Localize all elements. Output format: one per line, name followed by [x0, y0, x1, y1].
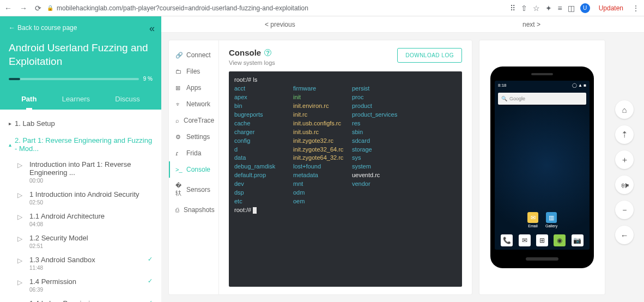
section-row[interactable]: ▸1. Lab Setup: [0, 115, 161, 132]
back-icon[interactable]: ←: [4, 4, 12, 13]
lesson-item[interactable]: ▷1.1 Android Architecture04:08: [0, 209, 161, 231]
snapshots-icon: ⎙: [175, 207, 179, 213]
url-text: mobilehackinglab.com/path-player?coursei…: [57, 4, 308, 12]
console-icon: >_: [175, 166, 182, 173]
files-icon: 🗀: [175, 68, 182, 75]
tool-connect[interactable]: 🔗Connect: [169, 47, 218, 63]
play-icon: ▷: [17, 235, 25, 243]
share-icon[interactable]: ⇧: [521, 4, 527, 13]
search-icon: 🔍: [501, 96, 507, 101]
back-to-course-link[interactable]: ← Back to course page: [9, 24, 153, 32]
check-icon: ✓: [148, 277, 153, 285]
play-icon: ▷: [17, 161, 25, 169]
lock-icon: 🔒: [47, 5, 53, 11]
extensions-icon[interactable]: ✦: [545, 4, 552, 13]
app-gallery[interactable]: ▥Gallery: [545, 212, 557, 228]
progress-row: 9 %: [9, 76, 153, 89]
section-row[interactable]: ▴2. Part 1: Reverse Engineering and Fuzz…: [0, 132, 161, 157]
dock-icon-4[interactable]: 📷: [572, 234, 584, 246]
download-log-button[interactable]: DOWNLOAD LOG: [397, 48, 462, 63]
tab-path[interactable]: Path: [19, 89, 39, 110]
list-icon[interactable]: ≡: [557, 4, 562, 13]
terminal[interactable]: root:/# lsacctfirmwarepersistapexinitpro…: [229, 71, 462, 287]
tool-network[interactable]: ᯤNetwork: [169, 96, 218, 112]
help-icon[interactable]: ?: [264, 49, 271, 56]
network-icon: ᯤ: [175, 101, 182, 107]
tool-sensors[interactable]: �轪Sensors: [169, 178, 218, 202]
lesson-item[interactable]: ▷1.2 Security Model02:51: [0, 231, 161, 252]
float-btn-1[interactable]: ⇡: [615, 125, 634, 144]
float-btn-5[interactable]: ←: [615, 226, 634, 244]
progress-bar: [9, 78, 139, 80]
tool-files[interactable]: 🗀Files: [169, 63, 218, 80]
arrow-left-icon: ←: [9, 24, 15, 32]
phone-status-icons: ◯ ▲ ■: [572, 83, 586, 88]
tool-coretrace[interactable]: ⌕CoreTrace: [169, 112, 218, 129]
tool-console[interactable]: >_Console: [169, 161, 218, 178]
console-title: Console ?: [229, 48, 275, 57]
float-btn-2[interactable]: ＋: [615, 150, 634, 169]
coretrace-icon: ⌕: [175, 117, 179, 124]
prev-link[interactable]: < previous: [265, 21, 295, 28]
console-subtitle: View system logs: [229, 59, 275, 66]
panel-icon[interactable]: ◫: [568, 4, 575, 13]
dock-icon-2[interactable]: ⊞: [536, 234, 548, 246]
tool-nav: 🔗Connect🗀Files⊞AppsᯤNetwork⌕CoreTrace⚙Se…: [169, 40, 219, 294]
float-btn-3[interactable]: 🕪: [615, 176, 634, 194]
device-card: 8:18 ◯ ▲ ■ 🔍 Google ✉Email▥Gallery 📞✉⊞◉📷: [479, 40, 605, 294]
caret-icon: ▴: [9, 142, 11, 148]
tool-apps[interactable]: ⊞Apps: [169, 80, 218, 96]
dock-icon-0[interactable]: 📞: [501, 234, 513, 246]
check-icon: ✓: [148, 256, 153, 263]
lesson-item[interactable]: ▷1.4 Permission06:39✓: [0, 274, 161, 296]
pager: < previous next >: [161, 16, 644, 33]
forward-icon[interactable]: →: [20, 4, 27, 13]
dock-icon-1[interactable]: ✉: [519, 234, 531, 246]
play-icon: ▷: [17, 279, 25, 286]
browser-chrome: ← → ⟳ 🔒 mobilehackinglab.com/path-player…: [0, 0, 644, 16]
course-title: Android Userland Fuzzing and Exploitatio…: [9, 41, 153, 68]
floating-toolbar: ⌂⇡＋🕪－←: [612, 40, 636, 294]
address-bar[interactable]: 🔒 mobilehackinglab.com/path-player?cours…: [47, 4, 308, 12]
dock-icon-3[interactable]: ◉: [554, 234, 566, 246]
play-icon: ▷: [17, 191, 25, 199]
tab-learners[interactable]: Learners: [60, 89, 92, 110]
tool-frida[interactable]: ɾFrida: [169, 145, 218, 161]
profile-avatar[interactable]: U: [580, 3, 590, 13]
phone-frame: 8:18 ◯ ▲ ■ 🔍 Google ✉Email▥Gallery 📞✉⊞◉📷: [490, 67, 594, 268]
caret-icon: ▸: [9, 120, 11, 126]
star-icon[interactable]: ☆: [533, 4, 540, 13]
reload-icon[interactable]: ⟳: [35, 4, 41, 13]
connect-icon: 🔗: [175, 52, 182, 59]
check-icon: ✓: [148, 299, 153, 302]
update-button[interactable]: Updaten: [596, 3, 627, 13]
phone-search[interactable]: 🔍 Google: [498, 93, 586, 105]
apps-icon: ⊞: [175, 84, 182, 92]
translate-icon[interactable]: ⠿: [510, 4, 515, 13]
lesson-item[interactable]: ▷Introduction into Part 1: Reverse Engin…: [0, 157, 161, 187]
tool-settings[interactable]: ⚙Settings: [169, 129, 218, 145]
next-link[interactable]: next >: [523, 21, 540, 28]
sensors-icon: �轪: [175, 182, 182, 197]
app-email[interactable]: ✉Email: [527, 212, 539, 228]
lesson-item[interactable]: ▷1.4 Labs - Permissions07:39✓: [0, 296, 161, 302]
course-sidebar: ← Back to course page « Android Userland…: [0, 16, 161, 302]
float-btn-0[interactable]: ⌂: [615, 100, 634, 119]
play-icon: ▷: [17, 213, 25, 221]
frida-icon: ɾ: [175, 150, 182, 157]
lesson-item[interactable]: ▷1.3 Android Sandbox11:48✓: [0, 252, 161, 274]
kebab-icon[interactable]: ⋮: [632, 4, 640, 13]
progress-percent: 9 %: [143, 76, 153, 82]
play-icon: ▷: [17, 257, 25, 264]
tool-snapshots[interactable]: ⎙Snapshots: [169, 202, 218, 218]
tab-discuss[interactable]: Discuss: [113, 89, 142, 110]
phone-time: 8:18: [498, 83, 507, 88]
lesson-item[interactable]: ▷1 Introduction into Android Security02:…: [0, 187, 161, 209]
phone-screen[interactable]: 8:18 ◯ ▲ ■ 🔍 Google ✉Email▥Gallery 📞✉⊞◉📷: [495, 81, 590, 250]
float-btn-4[interactable]: －: [615, 201, 634, 219]
settings-icon: ⚙: [175, 134, 182, 141]
collapse-sidebar-icon[interactable]: «: [149, 23, 155, 34]
